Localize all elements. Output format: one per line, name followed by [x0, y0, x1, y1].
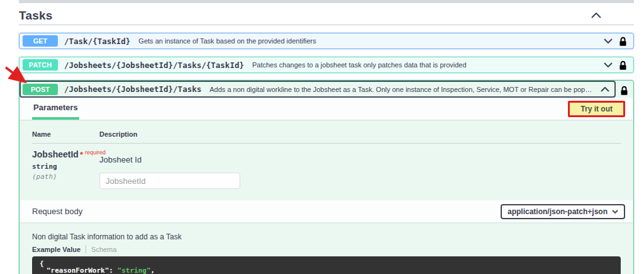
endpoint-summary: Gets an instance of Task based on the pr… — [138, 37, 599, 45]
content-type-value: application/json-patch+json — [508, 207, 608, 216]
opblock-post-task-expanded: POST /Jobsheets/{JobsheetId}/Tasks Adds … — [19, 80, 634, 274]
parameters-table: Name Description JobsheetId*required str… — [19, 120, 633, 200]
tab-separator — [86, 245, 86, 253]
collapse-section-icon[interactable] — [591, 13, 601, 18]
method-badge-post: POST — [23, 84, 58, 95]
lock-icon[interactable] — [620, 84, 628, 96]
tasks-section: Tasks GET /Task/{TaskId} Gets an instanc… — [19, 0, 634, 274]
endpoint-summary: Adds a non digital workline to the Jobsh… — [209, 86, 596, 93]
row-icons — [599, 35, 627, 47]
example-tabs: Example Value Schema — [32, 245, 621, 253]
opblock-patch-task[interactable]: PATCH /Jobsheets/{JobsheetId}/Tasks/{Tas… — [19, 57, 634, 73]
method-badge-patch: PATCH — [23, 59, 58, 71]
endpoint-summary: Patches changes to a jobsheet task only … — [252, 61, 599, 69]
section-header: Tasks — [19, 6, 634, 25]
chevron-down-icon — [612, 210, 618, 214]
required-star: * — [80, 150, 83, 159]
section-title: Tasks — [19, 9, 52, 23]
parameter-location: (path) — [32, 173, 99, 181]
endpoint-path: /Jobsheets/{JobsheetId}/Tasks/{TaskId} — [64, 60, 244, 70]
try-it-out-button[interactable]: Try it out — [568, 101, 625, 117]
tab-example-value[interactable]: Example Value — [32, 246, 80, 253]
tab-parameters[interactable]: Parameters — [32, 98, 79, 120]
parameter-name-cell: JobsheetId*required string (path) — [32, 149, 99, 189]
endpoint-path: /Task/{TaskId} — [64, 37, 130, 46]
parameter-description-cell: Jobsheet Id — [99, 149, 240, 189]
parameter-row-jobsheetid: JobsheetId*required string (path) Jobshe… — [32, 144, 621, 189]
jobsheetid-input[interactable] — [99, 173, 240, 189]
lock-icon[interactable] — [619, 35, 627, 47]
endpoint-path: /Jobsheets/{JobsheetId}/Tasks — [64, 84, 201, 94]
parameter-name: JobsheetId*required — [32, 149, 99, 159]
chevron-down-icon[interactable] — [604, 62, 613, 67]
swagger-ui-page: Tasks GET /Task/{TaskId} Gets an instanc… — [0, 0, 644, 274]
section-divider — [19, 0, 634, 3]
opblock-get-task[interactable]: GET /Task/{TaskId} Gets an instance of T… — [19, 33, 634, 49]
row-icons — [596, 87, 609, 92]
tab-schema[interactable]: Schema — [91, 246, 116, 253]
request-body-label: Request body — [32, 207, 82, 216]
parameter-type: string — [32, 163, 99, 171]
content-type-select[interactable]: application/json-patch+json — [501, 204, 625, 219]
parameters-section-header: Parameters Try it out — [19, 98, 633, 120]
parameter-description: Jobsheet Id — [99, 155, 240, 164]
request-body-description: Non digital Task information to add as a… — [32, 232, 621, 241]
chevron-down-icon[interactable] — [604, 38, 613, 43]
opblock-post-header[interactable]: POST /Jobsheets/{JobsheetId}/Tasks Adds … — [19, 81, 616, 98]
name-column-header: Name — [32, 130, 99, 138]
request-body-content: Non digital Task information to add as a… — [19, 222, 633, 274]
chevron-up-icon[interactable] — [601, 87, 609, 92]
example-code-block[interactable]: { "reasonForWork": "string", "actualComp… — [32, 256, 621, 274]
lock-icon[interactable] — [619, 59, 627, 71]
row-icons — [599, 59, 627, 71]
description-column-header: Description — [99, 130, 138, 138]
parameters-table-header: Name Description — [32, 130, 621, 144]
method-badge-get: GET — [23, 35, 58, 47]
request-body-section-header: Request body application/json-patch+json — [19, 200, 633, 222]
